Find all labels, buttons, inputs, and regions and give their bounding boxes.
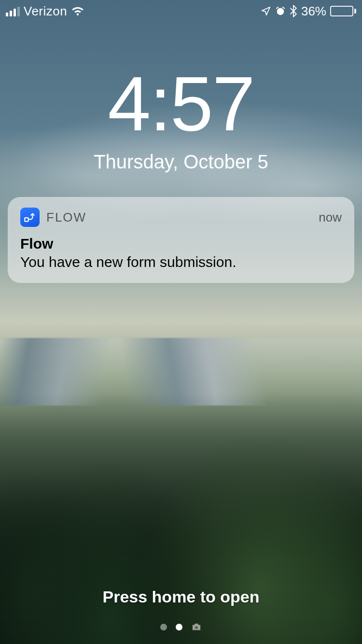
lock-screen: Verizon 36% [0,0,362,644]
notification-header: FLOW now [20,208,342,227]
cellular-signal-icon [6,6,20,16]
status-bar: Verizon 36% [0,0,362,19]
notification-app-label: FLOW [46,210,86,225]
svg-rect-1 [25,218,28,222]
battery-percent-label: 36% [301,4,326,19]
svg-point-2 [195,626,198,629]
wallpaper-trees [0,393,362,644]
page-dot-widgets[interactable] [160,624,167,630]
notification-message: You have a new form submission. [20,254,342,270]
notification-timestamp: now [319,210,342,225]
alarm-clock-icon [275,6,286,16]
bluetooth-icon [290,5,297,17]
notification-title: Flow [20,236,342,252]
notification-card[interactable]: FLOW now Flow You have a new form submis… [8,197,354,283]
clock-time: 4:57 [0,65,362,142]
page-indicator[interactable] [0,623,362,631]
clock-block: 4:57 Thursday, October 5 [0,65,362,173]
page-dot-main[interactable] [176,624,182,630]
unlock-hint: Press home to open [0,588,362,606]
clock-date: Thursday, October 5 [0,151,362,173]
svg-point-0 [277,8,284,15]
wifi-icon [71,6,84,16]
wallpaper-mountains [0,338,362,406]
location-arrow-icon [261,6,271,16]
battery-icon [330,6,356,16]
notification-body: Flow You have a new form submission. [20,236,342,270]
status-bar-left: Verizon [6,4,84,19]
notification-app: FLOW [20,208,86,227]
flow-app-icon [20,208,40,227]
status-bar-right: 36% [261,4,356,19]
carrier-label: Verizon [24,4,67,19]
camera-shortcut-icon[interactable] [191,623,202,631]
